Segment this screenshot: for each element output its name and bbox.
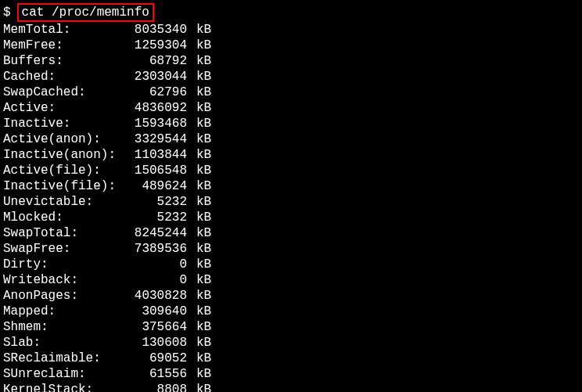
meminfo-row: KernelStack:8808kB [3,382,579,392]
meminfo-unit: kB [196,22,211,38]
meminfo-row: Inactive(file):489624kB [3,178,579,194]
meminfo-output: MemTotal:8035340kBMemFree:1259304kBBuffe… [3,22,579,392]
meminfo-value: 1259304 [128,38,187,53]
meminfo-row: SUnreclaim:61556kB [3,366,579,382]
meminfo-row: SwapTotal:8245244kB [3,225,579,241]
meminfo-label: MemFree: [3,38,128,53]
meminfo-label: Buffers: [3,53,128,69]
meminfo-unit: kB [196,319,211,335]
meminfo-unit: kB [196,131,211,147]
meminfo-row: Mlocked:5232kB [3,210,579,225]
meminfo-label: Writeback: [3,272,128,288]
meminfo-unit: kB [196,69,211,85]
meminfo-value: 4030828 [128,288,187,304]
meminfo-unit: kB [196,178,211,194]
meminfo-label: Cached: [3,69,128,85]
meminfo-value: 130608 [128,335,187,351]
meminfo-unit: kB [196,194,211,210]
meminfo-label: KernelStack: [3,382,128,392]
meminfo-value: 5232 [128,194,187,210]
meminfo-value: 62796 [128,85,187,100]
meminfo-value: 0 [128,272,187,288]
meminfo-row: MemFree:1259304kB [3,38,579,53]
meminfo-label: Mlocked: [3,210,128,225]
meminfo-value: 8035340 [128,22,187,38]
meminfo-value: 68792 [128,53,187,69]
meminfo-unit: kB [196,288,211,304]
meminfo-label: MemTotal: [3,22,128,38]
meminfo-label: Mapped: [3,304,128,319]
meminfo-label: Dirty: [3,257,128,272]
meminfo-row: Unevictable:5232kB [3,194,579,210]
meminfo-value: 309640 [128,304,187,319]
meminfo-unit: kB [196,38,211,53]
meminfo-unit: kB [196,116,211,131]
meminfo-label: Unevictable: [3,194,128,210]
meminfo-label: SwapTotal: [3,225,128,241]
meminfo-label: Inactive(file): [3,178,128,194]
meminfo-unit: kB [196,382,211,392]
meminfo-unit: kB [196,351,211,366]
meminfo-unit: kB [196,304,211,319]
meminfo-label: SUnreclaim: [3,366,128,382]
meminfo-value: 61556 [128,366,187,382]
meminfo-row: Active:4836092kB [3,100,579,116]
command-line[interactable]: $ cat /proc/meminfo [3,3,579,22]
meminfo-unit: kB [196,335,211,351]
meminfo-label: SwapFree: [3,241,128,257]
meminfo-row: SReclaimable:69052kB [3,351,579,366]
meminfo-unit: kB [196,53,211,69]
meminfo-unit: kB [196,210,211,225]
command-text: cat /proc/meminfo [17,3,154,22]
meminfo-row: Slab:130608kB [3,335,579,351]
meminfo-label: Inactive: [3,116,128,131]
meminfo-unit: kB [196,163,211,178]
meminfo-value: 69052 [128,351,187,366]
meminfo-unit: kB [196,225,211,241]
meminfo-unit: kB [196,272,211,288]
meminfo-row: SwapFree:7389536kB [3,241,579,257]
meminfo-value: 2303044 [128,69,187,85]
meminfo-row: Active(file):1506548kB [3,163,579,178]
meminfo-label: Active(file): [3,163,128,178]
meminfo-value: 1103844 [128,147,187,163]
meminfo-row: Buffers:68792kB [3,53,579,69]
meminfo-row: Shmem:375664kB [3,319,579,335]
meminfo-label: SwapCached: [3,85,128,100]
meminfo-value: 8808 [128,382,187,392]
meminfo-value: 1506548 [128,163,187,178]
meminfo-row: AnonPages:4030828kB [3,288,579,304]
meminfo-unit: kB [196,85,211,100]
meminfo-value: 5232 [128,210,187,225]
meminfo-value: 489624 [128,178,187,194]
meminfo-row: Dirty:0kB [3,257,579,272]
meminfo-row: Inactive:1593468kB [3,116,579,131]
meminfo-label: Active: [3,100,128,116]
meminfo-row: Inactive(anon):1103844kB [3,147,579,163]
meminfo-row: Cached:2303044kB [3,69,579,85]
meminfo-value: 7389536 [128,241,187,257]
meminfo-row: MemTotal:8035340kB [3,22,579,38]
meminfo-value: 0 [128,257,187,272]
meminfo-unit: kB [196,241,211,257]
meminfo-value: 4836092 [128,100,187,116]
meminfo-row: SwapCached:62796kB [3,85,579,100]
meminfo-unit: kB [196,366,211,382]
meminfo-label: Active(anon): [3,131,128,147]
meminfo-row: Active(anon):3329544kB [3,131,579,147]
meminfo-unit: kB [196,100,211,116]
meminfo-value: 8245244 [128,225,187,241]
meminfo-label: Slab: [3,335,128,351]
meminfo-value: 1593468 [128,116,187,131]
meminfo-value: 3329544 [128,131,187,147]
meminfo-label: Inactive(anon): [3,147,128,163]
meminfo-label: SReclaimable: [3,351,128,366]
meminfo-value: 375664 [128,319,187,335]
meminfo-row: Writeback:0kB [3,272,579,288]
meminfo-label: Shmem: [3,319,128,335]
prompt-symbol: $ [3,5,11,20]
meminfo-unit: kB [196,147,211,163]
meminfo-label: AnonPages: [3,288,128,304]
meminfo-unit: kB [196,257,211,272]
meminfo-row: Mapped:309640kB [3,304,579,319]
